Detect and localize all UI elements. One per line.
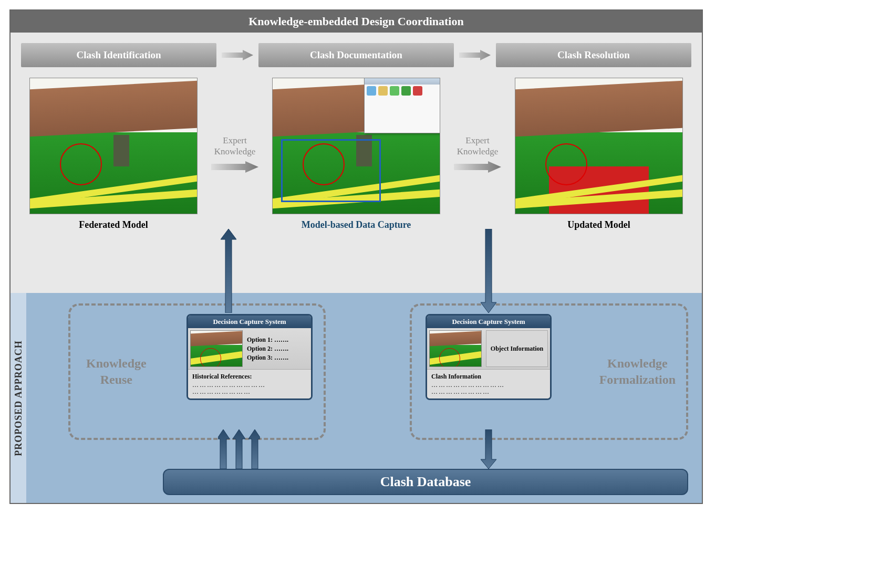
expert-label-line: Knowledge — [457, 146, 498, 156]
expert-arrow-2: Expert Knowledge — [454, 135, 501, 173]
federated-model-image — [29, 78, 198, 214]
svg-marker-6 — [218, 429, 230, 469]
dcs-title: Decision Capture System — [427, 316, 550, 328]
svg-marker-7 — [233, 429, 245, 469]
arrow-down-icon — [481, 429, 496, 469]
images-row: Federated Model Expert Knowledge — [11, 72, 702, 236]
svg-marker-1 — [459, 50, 491, 60]
dcs-card-reuse: Decision Capture System Option 1: ……. Op… — [186, 314, 313, 400]
dcs-thumbnail — [190, 330, 243, 367]
arrow-icon — [454, 161, 501, 173]
arrow-icon — [222, 50, 253, 60]
svg-marker-9 — [481, 429, 496, 469]
dcs-thumbnail — [429, 330, 482, 367]
expert-label-line: Expert — [465, 135, 489, 145]
col-federated: Federated Model — [21, 78, 206, 230]
dcs-card-formalization: Decision Capture System Object Informati… — [426, 314, 552, 400]
proposed-label: PROPOSED APPROACH — [13, 340, 24, 456]
dcs-options: Option 1: ……. Option 2: ……. Option 3: ……… — [245, 328, 311, 369]
stage-documentation: Clash Documentation — [258, 43, 454, 67]
diagram-frame: Knowledge-embedded Design Coordination C… — [9, 9, 703, 504]
dcs-clash-info: Clash Information ………………………… …………………… — [427, 369, 550, 398]
svg-marker-5 — [481, 229, 496, 313]
arrow-up-icon — [221, 229, 236, 313]
dcs-option: Option 2: ……. — [247, 345, 309, 353]
stages-row: Clash Identification Clash Documentation… — [11, 33, 702, 72]
caption-documentation: Model-based Data Capture — [302, 219, 411, 230]
header-bar: Knowledge-embedded Design Coordination — [11, 10, 702, 33]
svg-marker-0 — [222, 50, 253, 60]
arrow-down-icon — [481, 229, 496, 313]
expert-label-line: Knowledge — [214, 146, 255, 156]
expert-label-line: Expert — [223, 135, 246, 145]
dcs-option: Option 3: ……. — [247, 354, 309, 362]
reuse-label-line: Knowledge — [86, 356, 147, 370]
proposed-approach-section: PROPOSED APPROACH Knowledge Reuse Knowle… — [11, 293, 702, 503]
dcs-hist-title: Historical References: — [192, 373, 307, 381]
dcs-clashinfo-title: Clash Information — [431, 373, 546, 381]
col-documentation: Model-based Data Capture — [264, 78, 449, 230]
arrow-icon — [459, 50, 491, 60]
arrow-icon — [211, 161, 258, 173]
stage-resolution: Clash Resolution — [496, 43, 691, 67]
arrows-up-triple-icon — [218, 429, 260, 469]
dcs-dots: …………………… — [431, 388, 546, 395]
proposed-sidebar: PROPOSED APPROACH — [11, 293, 26, 503]
expert-arrow-1: Expert Knowledge — [211, 135, 258, 173]
dcs-object-info: Object Information — [486, 330, 548, 367]
reuse-label-line: Reuse — [100, 373, 132, 386]
updated-model-image — [515, 78, 683, 214]
col-updated: Updated Model — [506, 78, 691, 230]
dcs-option: Option 1: ……. — [247, 336, 309, 344]
clash-database: Clash Database — [163, 469, 688, 495]
dcs-title: Decision Capture System — [188, 316, 311, 328]
formalization-label-line: Knowledge — [607, 356, 668, 370]
svg-marker-4 — [221, 229, 236, 313]
stage-identification: Clash Identification — [21, 43, 216, 67]
svg-marker-2 — [211, 161, 258, 173]
formalization-label-line: Formalization — [599, 373, 676, 386]
popup-window — [364, 78, 440, 133]
documentation-model-image — [272, 78, 440, 214]
dcs-historical: Historical References: ………………………… ………………… — [188, 369, 311, 398]
svg-marker-3 — [454, 161, 501, 173]
dcs-dots: …………………… — [192, 388, 307, 395]
caption-federated: Federated Model — [79, 219, 148, 230]
caption-updated: Updated Model — [567, 219, 630, 230]
svg-marker-8 — [248, 429, 260, 469]
